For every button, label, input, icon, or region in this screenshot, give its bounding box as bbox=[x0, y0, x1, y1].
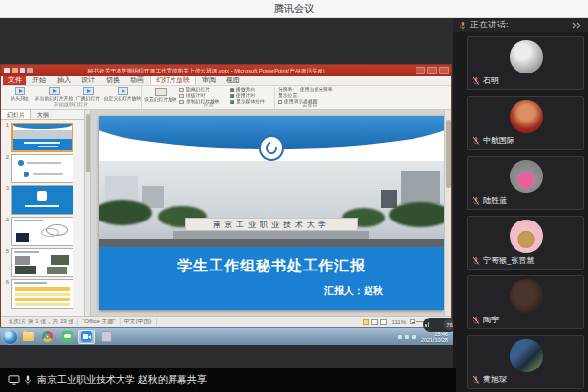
participant-name: 陆胜蓝 bbox=[483, 195, 507, 206]
taskbar-clock[interactable]: 15:46 2021/10/28 bbox=[418, 331, 448, 343]
shared-screen-area: 秘书处关于本学期组织开展工作宣传相关上传云班课.pptx - Microsoft… bbox=[0, 18, 453, 392]
participant-name: 陶宇 bbox=[483, 315, 499, 325]
slide-title: 学生工作组秘书处工作汇报 bbox=[99, 257, 444, 275]
tab-file[interactable]: 文件 bbox=[3, 75, 26, 85]
taskbar-app-button[interactable] bbox=[98, 330, 115, 344]
ribbon-group-start-show: 从头开始 从当前幻灯片开始 广播幻灯片 自定义幻灯片放映 开始放映幻灯片 bbox=[1, 86, 142, 109]
normal-view-icon[interactable] bbox=[363, 319, 369, 325]
participant-avatar bbox=[510, 220, 543, 253]
slide-thumbnail-3[interactable]: 3 bbox=[3, 185, 82, 215]
slide-thumbnail-4[interactable]: 4 bbox=[3, 217, 82, 246]
tab-review[interactable]: 审阅 bbox=[197, 75, 220, 85]
status-language: 中文(中国) bbox=[121, 318, 157, 326]
ppt-title-bar[interactable]: 秘书处关于本学期组织开展工作宣传相关上传云班课.pptx - Microsoft… bbox=[1, 65, 451, 76]
pane-tab-slides[interactable]: 幻灯片 bbox=[1, 110, 31, 119]
participant-avatar bbox=[510, 279, 543, 313]
participant-name: 黄旭琛 bbox=[483, 374, 507, 385]
close-icon[interactable] bbox=[439, 67, 449, 74]
slide-scrollbar[interactable] bbox=[444, 110, 451, 316]
speaker-icon bbox=[459, 21, 466, 30]
speaking-label: 正在讲话: bbox=[470, 19, 509, 31]
play-from-start-icon bbox=[15, 87, 25, 95]
mic-muted-icon bbox=[472, 136, 480, 146]
tab-insert[interactable]: 插入 bbox=[52, 75, 75, 85]
system-tray[interactable]: 15:46 2021/10/28 bbox=[398, 331, 450, 343]
broadcast-icon bbox=[83, 87, 94, 95]
rehearse-timings-icon bbox=[179, 94, 184, 98]
participant-avatar bbox=[510, 160, 543, 193]
pane-tab-outline[interactable]: 大纲 bbox=[31, 110, 55, 119]
slide-thumbnail-5[interactable]: 5 bbox=[3, 248, 82, 277]
slide-title-banner: 学生工作组秘书处工作汇报 汇报人：赵秋 bbox=[99, 247, 444, 310]
participant-name: 中航国际 bbox=[483, 135, 514, 146]
participant-avatar bbox=[510, 339, 543, 372]
mic-muted-icon bbox=[472, 316, 480, 325]
ribbon-group-setup: 设置幻灯片放映 隐藏幻灯片 排练计时 录制幻灯片放映 播放旁白 使用计时 显示媒… bbox=[142, 86, 275, 109]
checkbox-checked-icon bbox=[230, 94, 234, 98]
tab-home[interactable]: 开始 bbox=[27, 75, 51, 85]
powerpoint-window: 秘书处关于本学期组织开展工作宣传相关上传云班课.pptx - Microsoft… bbox=[1, 65, 451, 327]
meeting-title-bar[interactable]: 腾讯会议 bbox=[0, 0, 588, 18]
ribbon-body: 从头开始 从当前幻灯片开始 广播幻灯片 自定义幻灯片放映 开始放映幻灯片 bbox=[1, 86, 451, 110]
mic-muted-icon bbox=[472, 76, 480, 86]
tab-transitions[interactable]: 切换 bbox=[101, 75, 124, 85]
screen-share-banner: 南京工业职业技术大学 赵秋的屏幕共享 bbox=[0, 368, 456, 392]
campus-photo: 南京工业职业技术大学 bbox=[99, 161, 444, 247]
hide-slide-icon bbox=[179, 88, 184, 92]
taskbar-explorer-button[interactable] bbox=[20, 330, 36, 344]
slideshow-view-icon[interactable] bbox=[380, 319, 387, 325]
current-slide[interactable]: 南京工业职业技术大学 学生工作组秘书处工作汇报 汇报人：赵秋 bbox=[99, 116, 444, 310]
slide-presenter: 汇报人：赵秋 bbox=[99, 284, 444, 298]
share-banner-text: 南京工业职业技术大学 赵秋的屏幕共享 bbox=[37, 373, 207, 387]
checkbox-checked-icon bbox=[230, 88, 234, 92]
slide-thumbnail-2[interactable]: 2 bbox=[3, 154, 82, 183]
microphone-icon bbox=[24, 375, 32, 385]
ppt-document-area: 幻灯片 大纲 1 2 3 bbox=[1, 110, 451, 316]
wechat-icon bbox=[62, 331, 73, 342]
taskbar-chrome-button[interactable] bbox=[39, 330, 56, 344]
status-theme: “Office 主题” bbox=[78, 318, 120, 326]
participant-tile[interactable]: 黄旭琛 bbox=[467, 335, 584, 389]
start-button-icon[interactable] bbox=[3, 330, 17, 344]
campus-gate-sign: 南京工业职业技术大学 bbox=[185, 218, 358, 231]
speaking-header: 正在讲话: bbox=[453, 18, 588, 32]
custom-show-icon bbox=[118, 87, 128, 95]
ribbon-tab-strip: 文件 开始 插入 设计 切换 动画 幻灯片放映 审阅 视图 bbox=[1, 76, 451, 86]
participant-list: 石明 中航国际 陆胜蓝 bbox=[467, 36, 584, 392]
ppt-document-title: 秘书处关于本学期组织开展工作宣传相关上传云班课.pptx - Microsoft… bbox=[87, 67, 324, 74]
collapse-sidebar-icon[interactable] bbox=[572, 22, 582, 29]
slide-sorter-view-icon[interactable] bbox=[371, 319, 378, 325]
slide-thumbnail-1[interactable]: 1 bbox=[3, 122, 82, 152]
school-emblem-icon bbox=[259, 135, 284, 161]
tab-view[interactable]: 视图 bbox=[221, 75, 245, 85]
meeting-float-widget[interactable]: 76 bbox=[423, 318, 457, 332]
slide-thumbnail-pane: 幻灯片 大纲 1 2 3 bbox=[1, 110, 85, 316]
minimize-icon[interactable] bbox=[416, 67, 425, 74]
tray-icon[interactable] bbox=[412, 335, 416, 339]
tab-animations[interactable]: 动画 bbox=[125, 75, 149, 85]
network-bars-icon bbox=[425, 322, 429, 327]
participant-tile[interactable]: 石明 bbox=[467, 36, 584, 90]
tencent-meeting-icon bbox=[81, 331, 92, 342]
participant-tile[interactable]: 陶宇 bbox=[467, 275, 584, 329]
participant-tile[interactable]: 宁哥猴_张晋慧 bbox=[467, 216, 584, 270]
participant-avatar bbox=[510, 40, 543, 74]
participant-avatar bbox=[510, 100, 543, 133]
slide-thumbnail-6[interactable]: 6 bbox=[3, 279, 82, 309]
tray-icon[interactable] bbox=[405, 335, 409, 339]
participant-tile[interactable]: 陆胜蓝 bbox=[467, 156, 584, 210]
status-slide-count: 幻灯片 第 1 张，共 19 张 bbox=[5, 318, 78, 326]
mic-muted-icon bbox=[472, 256, 480, 266]
tray-icon[interactable] bbox=[398, 335, 402, 339]
maximize-icon[interactable] bbox=[427, 67, 437, 74]
setup-slideshow-icon bbox=[155, 88, 167, 96]
folder-icon bbox=[23, 332, 34, 341]
participants-sidebar: 正在讲话: 石明 中航国际 bbox=[453, 18, 588, 392]
participant-tile[interactable]: 中航国际 bbox=[467, 96, 584, 150]
zoom-out-icon[interactable] bbox=[410, 319, 415, 324]
taskbar-wechat-button[interactable] bbox=[59, 330, 75, 344]
participant-name: 宁哥猴_张晋慧 bbox=[483, 255, 534, 266]
tab-design[interactable]: 设计 bbox=[76, 75, 100, 85]
taskbar-meeting-button[interactable] bbox=[78, 330, 95, 344]
mic-muted-icon bbox=[472, 196, 480, 206]
